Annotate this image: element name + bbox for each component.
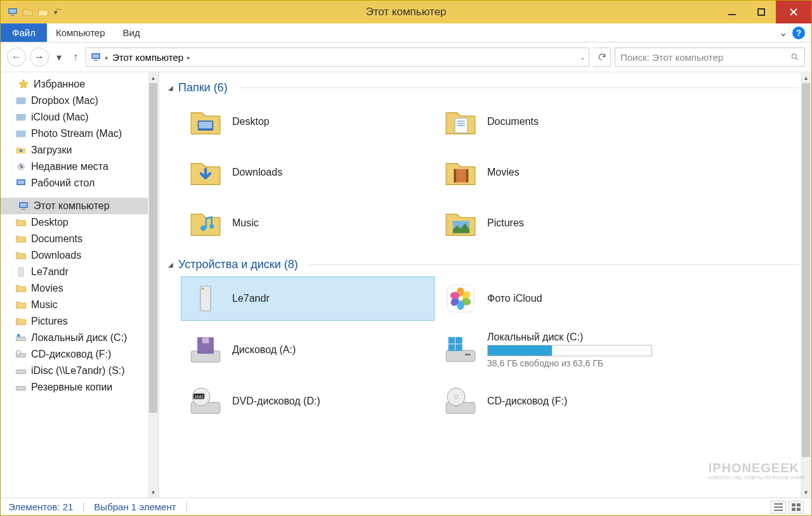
sidebar-this-pc[interactable]: Этот компьютер (1, 198, 159, 214)
sidebar-item[interactable]: Le7andr (1, 264, 159, 280)
folder-icon (15, 282, 27, 295)
star-icon (17, 78, 30, 91)
breadcrumb-segment[interactable]: Этот компьютер (112, 52, 183, 63)
view-details-button[interactable] (771, 501, 786, 513)
scroll-up-icon[interactable]: ▴ (148, 72, 159, 83)
svg-rect-7 (94, 60, 98, 61)
item-label: CD-дисковод (F:) (487, 396, 567, 407)
up-button[interactable]: ↑ (69, 48, 82, 67)
main-pane: ◢ Папки (6) Desktop Documents Downloads … (159, 72, 811, 498)
folder-desktop[interactable]: Desktop (181, 100, 435, 144)
file-tab[interactable]: Файл (1, 23, 47, 42)
device-cd[interactable]: CD-дисковод (F:) (436, 379, 690, 423)
svg-rect-28 (457, 120, 465, 122)
sidebar-item[interactable]: Desktop (1, 214, 159, 231)
svg-rect-33 (466, 169, 469, 183)
sidebar-item[interactable]: iDisc (\\Le7andr) (S:) (1, 363, 159, 379)
sidebar-item-label: Избранное (34, 79, 85, 90)
sidebar-item-downloads[interactable]: Загрузки (1, 142, 159, 158)
sidebar-item[interactable]: CD-дисковод (F:) (1, 346, 159, 363)
tab-computer[interactable]: Компьютер (47, 23, 114, 42)
svg-rect-68 (792, 508, 796, 511)
scroll-up-icon[interactable]: ▴ (801, 72, 811, 83)
device-le7andr[interactable]: Le7andr (181, 276, 435, 321)
storage-fill (488, 345, 552, 356)
refresh-button[interactable] (593, 48, 611, 67)
sidebar-item[interactable]: Локальный диск (С:) (1, 330, 159, 346)
tab-view[interactable]: Вид (114, 23, 149, 42)
window-title: Этот компьютер (1, 6, 811, 18)
scroll-down-icon[interactable]: ▾ (148, 487, 159, 498)
sidebar-item[interactable]: Downloads (1, 247, 159, 264)
folder-music[interactable]: Music (181, 201, 435, 245)
back-button[interactable]: ← (7, 48, 26, 67)
desktop-folder-icon (188, 104, 223, 139)
devices-header[interactable]: ◢ Устройства и диски (8) (168, 258, 799, 271)
folder-pictures[interactable]: Pictures (436, 201, 690, 245)
sidebar-item-photostream[interactable]: Photo Stream (Mac) (1, 126, 159, 142)
recent-locations-icon[interactable]: ▾ (53, 48, 65, 67)
search-input[interactable]: Поиск: Этот компьютер (615, 48, 805, 67)
sidebar-item[interactable]: Movies (1, 280, 159, 297)
maximize-button[interactable] (747, 1, 776, 23)
sidebar-item[interactable]: Резервные копии (1, 379, 159, 396)
documents-folder-icon (443, 104, 478, 139)
help-button[interactable]: ? (792, 27, 805, 39)
collapse-caret-icon[interactable]: ◢ (168, 84, 173, 91)
folders-header[interactable]: ◢ Папки (6) (168, 81, 799, 94)
collapse-caret-icon[interactable]: ◢ (168, 261, 173, 268)
sidebar-item-recent[interactable]: Недавние места (1, 158, 159, 175)
sidebar-item-icloud[interactable]: iCloud (Mac) (1, 109, 159, 126)
sidebar-item-label: CD-дисковод (F:) (31, 349, 111, 360)
svg-rect-10 (16, 114, 26, 121)
sidebar-item-label: Загрузки (31, 145, 72, 156)
chevron-right-icon[interactable]: ▸ (187, 54, 190, 61)
sidebar-item[interactable]: Documents (1, 231, 159, 247)
device-floppy[interactable]: Дисковод (A:) (181, 327, 435, 373)
music-folder-icon (188, 205, 223, 241)
folder-movies[interactable]: Movies (436, 150, 690, 195)
address-dropdown-icon[interactable]: ⌄ (580, 54, 585, 61)
minimize-button[interactable] (717, 1, 747, 23)
sidebar-favorites[interactable]: Избранное (1, 76, 159, 93)
sidebar-item-label: Этот компьютер (34, 200, 110, 212)
forward-button[interactable]: → (30, 48, 49, 67)
device-local-disk[interactable]: Локальный диск (C:) 38,6 ГБ свободно из … (436, 327, 690, 373)
sidebar-item-label: Desktop (31, 217, 69, 228)
svg-rect-9 (16, 98, 26, 105)
scroll-down-icon[interactable]: ▾ (801, 487, 811, 498)
folder-open-quick-icon[interactable] (37, 6, 49, 18)
downloads-icon (15, 144, 27, 157)
view-icons-button[interactable] (789, 501, 804, 513)
device-dvd[interactable]: DVDDVD-дисковод (D:) (181, 379, 435, 423)
svg-rect-66 (792, 503, 796, 506)
chevron-right-icon[interactable]: ▸ (105, 54, 108, 61)
folder-icon (15, 127, 27, 140)
sidebar-item-desktop[interactable]: Рабочий стол (1, 175, 159, 191)
main-scrollbar[interactable]: ▴ ▾ (801, 72, 811, 498)
svg-rect-2 (11, 15, 15, 16)
folder-downloads[interactable]: Downloads (181, 150, 435, 195)
svg-point-22 (16, 350, 22, 355)
movies-folder-icon (443, 155, 478, 190)
sidebar-item-dropbox[interactable]: Dropbox (Mac) (1, 93, 159, 109)
sidebar-scrollbar[interactable]: ▴ ▾ (148, 72, 159, 498)
sidebar-item[interactable]: Music (1, 297, 159, 313)
close-button[interactable] (776, 1, 811, 23)
sidebar-item-label: Рабочий стол (31, 177, 95, 189)
sidebar-item[interactable]: Pictures (1, 313, 159, 330)
qat-dropdown-icon[interactable]: ▾― (53, 6, 64, 18)
computer-icon[interactable] (7, 6, 18, 18)
dvd-drive-icon: DVD (188, 384, 223, 419)
sidebar-item-label: Резервные копии (31, 382, 112, 393)
address-bar[interactable]: ▸ Этот компьютер ▸ ⌄ (86, 48, 589, 67)
folder-quick-icon[interactable] (22, 6, 34, 18)
ribbon-expand-icon[interactable]: ⌄ (779, 27, 787, 39)
scroll-thumb[interactable] (149, 83, 157, 413)
computer-icon (17, 200, 30, 212)
folder-documents[interactable]: Documents (436, 100, 690, 144)
sidebar-item-label: Локальный диск (С:) (31, 332, 127, 344)
item-label: DVD-дисковод (D:) (232, 396, 320, 407)
scroll-thumb[interactable] (802, 83, 810, 457)
device-icloud-photos[interactable]: Фото iCloud (436, 276, 690, 321)
